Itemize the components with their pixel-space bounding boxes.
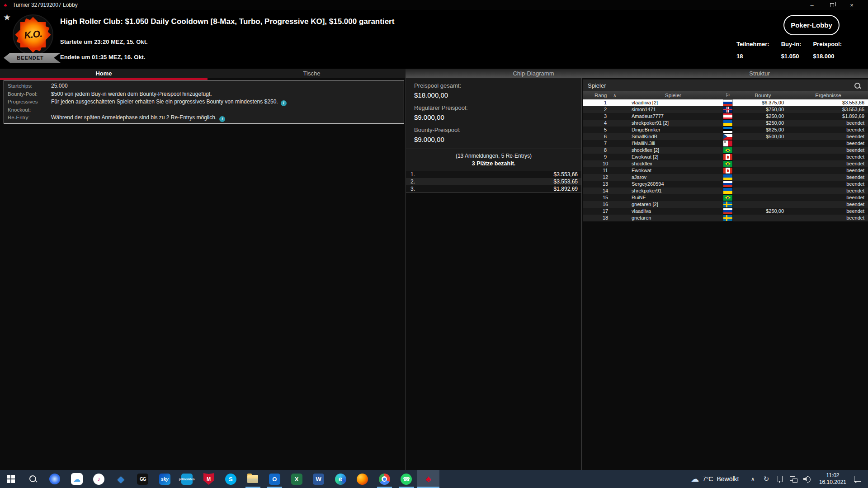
table-row[interactable]: 7I'MalliN.3llibeendet: [583, 140, 868, 147]
taskbar-app-icloud[interactable]: ☁: [66, 470, 88, 488]
player-result: beendet: [788, 215, 868, 221]
table-row[interactable]: 1vlaadiiva [2]$6.375,00$3.553,66: [583, 99, 868, 106]
close-button[interactable]: ×: [842, 0, 862, 10]
column-header-rank[interactable]: Rang ∧: [583, 91, 628, 99]
pool-value: $9.000,00: [414, 136, 573, 143]
favorite-star-icon[interactable]: ★: [3, 12, 11, 23]
taskbar-app-whatsapp[interactable]: ☎: [396, 470, 418, 488]
volume-icon[interactable]: [803, 475, 811, 483]
player-search-input[interactable]: Spieler: [583, 80, 868, 91]
player-rank: 5: [583, 127, 628, 133]
taskbar-app-edge[interactable]: e: [330, 470, 352, 488]
explorer-icon: [247, 475, 258, 483]
restore-button[interactable]: [822, 0, 842, 10]
info-icon[interactable]: i: [219, 116, 225, 122]
taskbar-app-videoapp[interactable]: ◆: [110, 470, 132, 488]
tray-overflow-chevron-icon[interactable]: ∧: [750, 476, 755, 483]
taskbar-clock[interactable]: 11:02 16.10.2021: [819, 472, 846, 486]
table-row[interactable]: 8shockflex [2]beendet: [583, 147, 868, 154]
table-row[interactable]: 6SmallKindB$500,00beendet: [583, 133, 868, 140]
taskbar-app-excel[interactable]: X: [286, 470, 308, 488]
column-header-results[interactable]: Ergebnisse: [788, 91, 868, 99]
flag-ca-icon: [723, 154, 732, 160]
player-name: simon1471: [628, 106, 718, 113]
table-row[interactable]: 18gnetarenbeendet: [583, 215, 868, 221]
player-rank: 7: [583, 140, 628, 147]
column-header-flag[interactable]: ⚐: [718, 91, 737, 99]
start-icon: [7, 475, 15, 483]
update-icon[interactable]: ↻: [762, 475, 770, 483]
info-row-value: Für jeden ausgeschalteten Spieler erhalt…: [51, 98, 400, 114]
taskbar-app-itunes[interactable]: ♪: [88, 470, 110, 488]
player-result: beendet: [788, 160, 868, 167]
taskbar-app-outlook[interactable]: O: [264, 470, 286, 488]
pool-value: $9.000,00: [414, 113, 573, 121]
taskbar-app-start[interactable]: [0, 470, 22, 488]
taskbar-app-firefox[interactable]: [352, 470, 374, 488]
player-bounty: [737, 154, 788, 160]
title-bar: ♠ Turnier 3279192007 Lobby – ×: [0, 0, 868, 10]
taskbar-app-chrome[interactable]: [373, 470, 396, 488]
usb-device-icon[interactable]: [776, 475, 784, 483]
taskbar-app-signal[interactable]: [44, 470, 66, 488]
flag-gb-icon: [723, 107, 732, 113]
tournament-title: High Roller Club: $1.050 Daily Cooldown …: [60, 17, 394, 26]
table-row[interactable]: 10shockflexbeendet: [583, 160, 868, 167]
table-row[interactable]: 12aJarovbeendet: [583, 174, 868, 181]
tab-home[interactable]: Home: [0, 69, 208, 78]
excel-icon: X: [291, 474, 302, 485]
taskbar-app-prime[interactable]: primevideo: [176, 470, 198, 488]
header-stats: Teilnehmer:18Buy-in:$1.050Preispool:$18.…: [736, 41, 842, 60]
player-flag-cell: [718, 208, 737, 215]
taskbar-app-explorer[interactable]: [242, 470, 264, 488]
tab-chip-diagramm[interactable]: Chip-Diagramm: [416, 69, 651, 78]
word-icon: W: [313, 474, 324, 485]
window-title: Turnier 3279192007 Lobby: [13, 2, 78, 8]
info-grid: Startchips:25.000Bounty-Pool:$500 von je…: [8, 82, 400, 122]
table-row[interactable]: 9Ewokwat [2]beendet: [583, 154, 868, 160]
header-stat-label: Buy-in:: [781, 41, 802, 48]
table-row[interactable]: 16gnetaren [2]beendet: [583, 201, 868, 208]
player-rank: 6: [583, 133, 628, 140]
search-icon[interactable]: [854, 82, 861, 89]
flag-ua-icon: [723, 120, 732, 126]
taskbar-app-sky[interactable]: sky: [154, 470, 176, 488]
taskbar-app-search[interactable]: [22, 470, 44, 488]
player-rank: 15: [583, 194, 628, 201]
payout-amount: $3.553,65: [554, 178, 578, 185]
payout-place: 3.: [410, 186, 415, 192]
taskbar-app-mcafee[interactable]: M: [198, 470, 220, 488]
column-header-bounty[interactable]: Bounty: [737, 91, 788, 99]
info-icon[interactable]: i: [281, 100, 287, 106]
player-result: $3.553,66: [788, 99, 868, 106]
table-row[interactable]: 2simon1471$750,00$3.553,65: [583, 106, 868, 113]
minimize-button[interactable]: –: [802, 0, 822, 10]
tournament-info-panel: Startchips:25.000Bounty-Pool:$500 von je…: [4, 80, 404, 124]
taskbar-app-pokerstars[interactable]: ♠: [417, 470, 439, 488]
table-row[interactable]: 11Ewokwatbeendet: [583, 167, 868, 174]
taskbar-app-skype[interactable]: S: [220, 470, 242, 488]
ko-logo-text: K.O.: [24, 28, 42, 41]
table-row[interactable]: 13Sergey260594beendet: [583, 181, 868, 188]
weather-widget[interactable]: ☁ 7°C Bewölkt: [691, 474, 739, 484]
player-flag-cell: [718, 113, 737, 120]
poker-lobby-button[interactable]: Poker-Lobby: [783, 15, 840, 35]
table-row[interactable]: 5DingeBrinker$625,00beendet: [583, 127, 868, 133]
player-bounty: [737, 140, 788, 147]
taskbar-app-gg[interactable]: GG: [132, 470, 154, 488]
taskbar-app-word[interactable]: W: [307, 470, 330, 488]
tab-tische[interactable]: Tische: [208, 69, 416, 78]
player-flag-cell: [718, 127, 737, 133]
player-flag-cell: [718, 194, 737, 201]
network-icon[interactable]: [789, 475, 797, 483]
action-center-icon[interactable]: [854, 475, 862, 483]
player-flag-cell: [718, 181, 737, 188]
table-row[interactable]: 14shrekpoker91beendet: [583, 188, 868, 194]
table-row[interactable]: 3Amadeus7777$250,00$1.892,69: [583, 113, 868, 120]
table-row[interactable]: 17vlaadiiva$250,00beendet: [583, 208, 868, 215]
table-row[interactable]: 4shrekpoker91 [2]$250,00beendet: [583, 120, 868, 127]
table-row[interactable]: 15RuiNFbeendet: [583, 194, 868, 201]
column-header-player[interactable]: Spieler: [628, 91, 718, 99]
player-result: beendet: [788, 208, 868, 215]
tab-struktur[interactable]: Struktur: [651, 69, 868, 78]
